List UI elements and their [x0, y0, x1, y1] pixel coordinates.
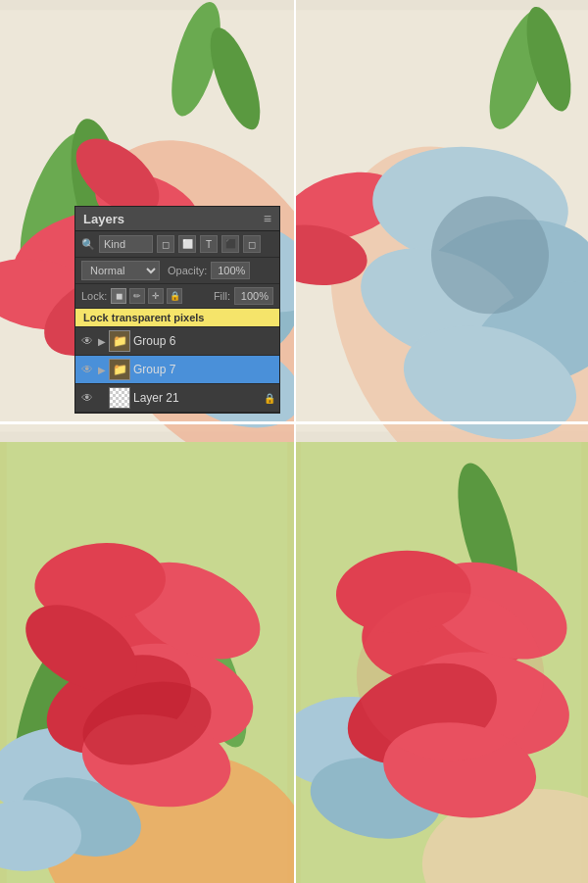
panel-title: Layers — [83, 212, 124, 226]
layer-name-layer21: Layer 21 — [133, 391, 261, 405]
panel-menu-icon[interactable]: ≡ — [264, 211, 271, 226]
expand-icon-group6[interactable]: ▶ — [98, 336, 106, 347]
lock-position-btn[interactable]: ✛ — [148, 288, 164, 304]
adjustment-filter-icon[interactable]: ⬜ — [178, 235, 196, 253]
search-row: 🔍 Kind ◻ ⬜ T ⬛ ◻ — [75, 231, 279, 258]
quadrant-bottom-left — [0, 442, 294, 884]
quadrant-top-right — [294, 0, 588, 442]
expand-spacer-layer21: ▶ — [98, 393, 106, 404]
vertical-divider — [294, 0, 296, 883]
layer-row-group7[interactable]: 👁 ▶ 📁 Group 7 — [75, 356, 279, 384]
blend-row: Normal Multiply Screen Overlay Opacity: — [75, 258, 279, 284]
opacity-input[interactable] — [211, 262, 250, 279]
fill-label: Fill: — [214, 290, 230, 302]
visibility-icon-group6[interactable]: 👁 — [79, 334, 95, 348]
svg-point-54 — [357, 592, 544, 760]
filter-icons: ◻ ⬜ T ⬛ ◻ — [157, 235, 261, 253]
opacity-label: Opacity: — [168, 265, 207, 276]
lock-icons-group: ◼ ✏ ✛ 🔒 — [111, 288, 182, 304]
layer-row-layer21[interactable]: 👁 ▶ Layer 21 🔒 — [75, 384, 279, 413]
kind-select[interactable]: Kind — [99, 235, 153, 253]
pixel-filter-icon[interactable]: ◻ — [157, 235, 174, 253]
type-filter-icon[interactable]: T — [200, 235, 218, 253]
shape-filter-icon[interactable]: ⬛ — [221, 235, 239, 253]
lock-icon-layer21: 🔒 — [264, 393, 275, 404]
smart-filter-icon[interactable]: ◻ — [243, 235, 261, 253]
lock-row: Lock: ◼ ✏ ✛ 🔒 Fill: — [75, 284, 279, 309]
horizontal-divider — [0, 421, 588, 424]
visibility-icon-layer21[interactable]: 👁 — [79, 391, 95, 405]
layer-row-group6[interactable]: 👁 ▶ 📁 Group 6 — [75, 327, 279, 356]
layer-thumb-layer21 — [109, 387, 130, 409]
search-icon: 🔍 — [81, 238, 95, 251]
folder-thumb-group7: 📁 — [109, 359, 130, 380]
quadrant-bottom-right — [294, 442, 588, 884]
layers-panel: Layers ≡ 🔍 Kind ◻ ⬜ T ⬛ ◻ Normal Multipl… — [74, 206, 280, 414]
panel-header: Layers ≡ — [75, 207, 279, 231]
lock-label: Lock: — [81, 290, 107, 302]
lock-transparent-btn[interactable]: ◼ — [111, 288, 126, 304]
layer-name-group7: Group 7 — [133, 363, 275, 376]
layer-name-group6: Group 6 — [133, 334, 275, 348]
canvas-grid: Layers ≡ 🔍 Kind ◻ ⬜ T ⬛ ◻ Normal Multipl… — [0, 0, 588, 883]
svg-point-27 — [431, 196, 549, 314]
visibility-icon-group7[interactable]: 👁 — [79, 363, 95, 376]
expand-icon-group7[interactable]: ▶ — [98, 365, 106, 375]
tooltip-row: Lock transparent pixels — [75, 309, 279, 327]
lock-image-btn[interactable]: ✏ — [129, 288, 145, 304]
blend-mode-select[interactable]: Normal Multiply Screen Overlay — [81, 261, 160, 280]
tooltip-text: Lock transparent pixels — [83, 312, 205, 323]
fill-input[interactable] — [234, 287, 273, 305]
folder-thumb-group6: 📁 — [109, 330, 130, 352]
lock-all-btn[interactable]: 🔒 — [167, 288, 182, 304]
